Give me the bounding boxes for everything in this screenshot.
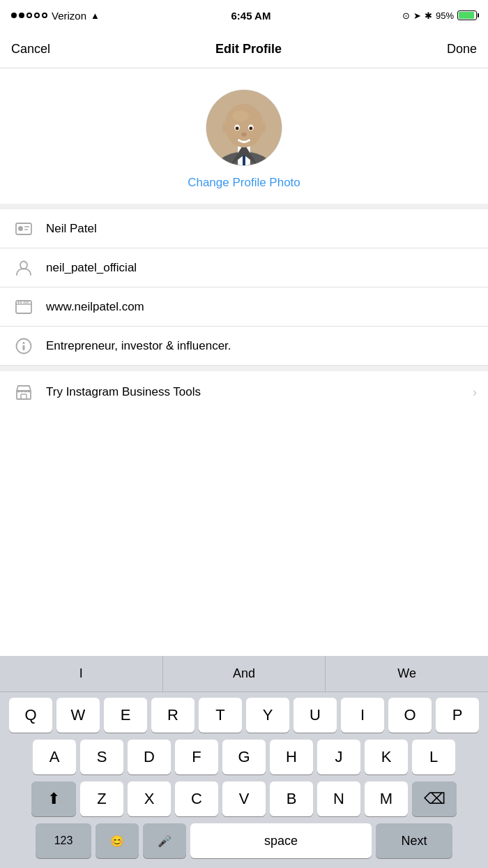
key-k[interactable]: K: [365, 740, 408, 775]
profile-section: Change Profile Photo: [0, 68, 488, 209]
avatar-svg: [206, 90, 282, 165]
svg-point-14: [222, 123, 228, 133]
key-a[interactable]: A: [33, 740, 76, 775]
page-title: Edit Profile: [215, 42, 282, 57]
svg-rect-28: [23, 345, 25, 350]
carrier-label: Verizon: [52, 10, 86, 22]
status-left: Verizon ▲: [11, 10, 100, 22]
key-q[interactable]: Q: [9, 698, 52, 733]
battery-fill: [459, 12, 474, 19]
mic-key[interactable]: 🎤: [143, 823, 186, 858]
svg-point-23: [17, 301, 19, 303]
store-icon: [11, 380, 36, 405]
key-row-1: Q W E R T Y U I O P: [3, 698, 485, 733]
key-z[interactable]: Z: [80, 781, 123, 816]
signal-dot-2: [19, 13, 24, 18]
next-key[interactable]: Next: [376, 823, 452, 858]
key-p[interactable]: P: [436, 698, 479, 733]
business-section: Try Instagram Business Tools ›: [0, 366, 488, 413]
svg-point-8: [232, 110, 249, 121]
key-r[interactable]: R: [151, 698, 195, 733]
key-x[interactable]: X: [128, 781, 171, 816]
key-d[interactable]: D: [128, 740, 171, 775]
avatar[interactable]: [206, 89, 282, 166]
nav-bar: Cancel Edit Profile Done: [0, 31, 488, 68]
key-l[interactable]: L: [412, 740, 455, 775]
svg-rect-17: [18, 226, 23, 231]
name-value: Neil Patel: [46, 222, 477, 236]
signal-dot-4: [34, 13, 40, 18]
svg-point-24: [20, 301, 22, 303]
location-icon: ➤: [413, 10, 421, 21]
avatar-image: [206, 90, 282, 165]
svg-rect-30: [21, 394, 26, 399]
key-f[interactable]: F: [175, 740, 218, 775]
space-key[interactable]: space: [190, 823, 372, 858]
svg-point-20: [20, 261, 27, 269]
backspace-key[interactable]: ⌫: [412, 781, 457, 816]
svg-point-13: [241, 133, 247, 137]
key-s[interactable]: S: [80, 740, 123, 775]
status-bar: Verizon ▲ 6:45 AM ⊙ ➤ ✱ 95%: [0, 0, 488, 31]
key-row-3: ⬆ Z X C V B N M ⌫: [3, 781, 485, 816]
key-o[interactable]: O: [388, 698, 432, 733]
cancel-button[interactable]: Cancel: [11, 42, 50, 57]
svg-point-7: [225, 104, 264, 148]
key-m[interactable]: M: [365, 781, 408, 816]
browser-icon: [11, 294, 36, 320]
svg-point-15: [261, 123, 266, 133]
key-n[interactable]: N: [317, 781, 360, 816]
person-icon: [11, 255, 36, 280]
key-e[interactable]: E: [104, 698, 147, 733]
key-w[interactable]: W: [56, 698, 100, 733]
fields-section: Neil Patel neil_patel_official www.neilp…: [0, 209, 488, 366]
lock-icon: ⊙: [402, 10, 410, 21]
svg-point-12: [249, 127, 252, 130]
signal-dot-1: [11, 13, 17, 18]
keyboard-rows: Q W E R T Y U I O P A S D F G H J K L ⬆ …: [0, 692, 488, 868]
svg-point-27: [23, 342, 25, 344]
key-u[interactable]: U: [293, 698, 337, 733]
website-value: www.neilpatel.com: [46, 300, 477, 314]
key-t[interactable]: T: [199, 698, 242, 733]
status-time: 6:45 AM: [231, 10, 270, 22]
wifi-icon: ▲: [91, 10, 100, 21]
business-tools-row[interactable]: Try Instagram Business Tools ›: [0, 371, 488, 413]
key-j[interactable]: J: [317, 740, 360, 775]
change-photo-button[interactable]: Change Profile Photo: [188, 176, 300, 190]
chevron-right-icon: ›: [473, 385, 477, 400]
name-card-icon: [11, 216, 36, 241]
field-row-name[interactable]: Neil Patel: [0, 209, 488, 248]
key-h[interactable]: H: [270, 740, 313, 775]
shift-key[interactable]: ⬆: [31, 781, 76, 816]
signal-dot-5: [42, 13, 47, 18]
signal-dot-3: [26, 13, 32, 18]
signal-dots: [11, 13, 47, 18]
bio-value: Entrepreneur, investor & influencer.: [46, 339, 477, 353]
status-right: ⊙ ➤ ✱ 95%: [402, 10, 477, 21]
suggestion-we[interactable]: We: [326, 656, 488, 691]
battery-percent: 95%: [436, 10, 454, 21]
numbers-key[interactable]: 123: [36, 823, 91, 858]
field-row-bio[interactable]: Entrepreneur, investor & influencer.: [0, 327, 488, 366]
keyboard: I And We Q W E R T Y U I O P A S D F G: [0, 656, 488, 868]
key-g[interactable]: G: [222, 740, 266, 775]
done-button[interactable]: Done: [447, 42, 477, 57]
key-i[interactable]: I: [341, 698, 384, 733]
field-row-website[interactable]: www.neilpatel.com: [0, 287, 488, 327]
business-tools-label: Try Instagram Business Tools: [46, 385, 473, 399]
emoji-key[interactable]: 😊: [96, 823, 139, 858]
username-value: neil_patel_official: [46, 261, 477, 275]
key-c[interactable]: C: [175, 781, 218, 816]
key-v[interactable]: V: [222, 781, 266, 816]
field-row-username[interactable]: neil_patel_official: [0, 248, 488, 287]
info-icon: [11, 334, 36, 359]
battery-icon: [457, 10, 477, 20]
suggestion-and[interactable]: And: [163, 656, 326, 691]
key-y[interactable]: Y: [246, 698, 289, 733]
suggestion-i[interactable]: I: [0, 656, 163, 691]
keyboard-suggestions: I And We: [0, 656, 488, 692]
key-row-2: A S D F G H J K L: [3, 740, 485, 775]
key-row-4: 123 😊 🎤 space Next: [3, 823, 485, 858]
key-b[interactable]: B: [270, 781, 313, 816]
